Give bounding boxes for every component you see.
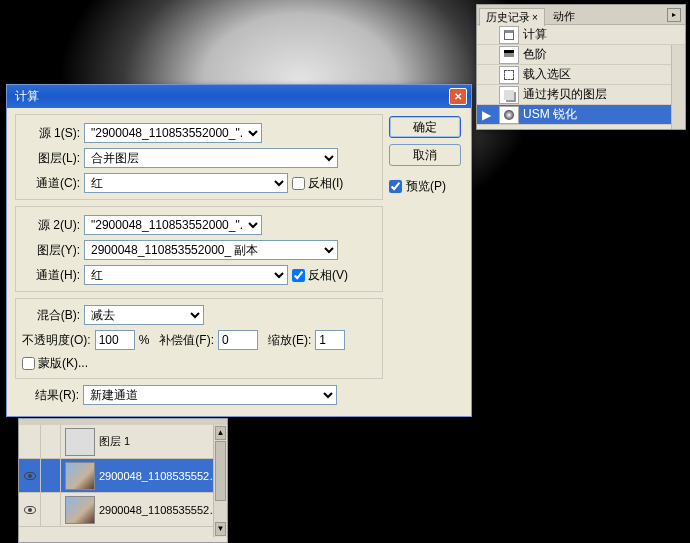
source1-file-select[interactable]: "2900048_110853552000_"... xyxy=(84,123,262,143)
source2-layer-label: 图层(Y): xyxy=(22,242,80,259)
source2-label: 源 2(U): xyxy=(22,217,80,234)
visibility-toggle[interactable] xyxy=(19,425,41,458)
scale-label: 缩放(E): xyxy=(268,332,311,349)
layer-row[interactable]: 图层 1 xyxy=(19,425,227,459)
source2-layer-select[interactable]: 2900048_110853552000_ 副本 xyxy=(84,240,338,260)
source2-channel-label: 通道(H): xyxy=(22,267,80,284)
eye-icon xyxy=(24,506,36,514)
history-item[interactable]: 色阶 xyxy=(477,45,685,65)
source2-invert-checkbox[interactable]: 反相(V) xyxy=(292,267,348,284)
source1-channel-label: 通道(C): xyxy=(22,175,80,192)
preview-check-input[interactable] xyxy=(389,180,402,193)
visibility-toggle[interactable] xyxy=(19,459,41,492)
layers-panel: 图层 1 2900048_11085355520... 2900048_1108… xyxy=(18,418,228,543)
panel-menu-icon[interactable]: ▸ xyxy=(667,8,681,22)
scrollbar[interactable] xyxy=(671,45,685,129)
mask-check-input[interactable] xyxy=(22,357,35,370)
ok-button[interactable]: 确定 xyxy=(389,116,461,138)
offset-input[interactable] xyxy=(218,330,258,350)
source1-label: 源 1(S): xyxy=(22,125,80,142)
layer-name: 2900048_11085355520... xyxy=(99,470,227,482)
layer-row[interactable]: 2900048_11085355520... xyxy=(19,493,227,527)
scroll-up-icon[interactable]: ▲ xyxy=(215,426,226,440)
source1-channel-select[interactable]: 红 xyxy=(84,173,288,193)
calculations-dialog: 计算 ✕ 确定 取消 预览(P) 源 1(S): "2900048_110853… xyxy=(6,84,472,417)
cancel-button[interactable]: 取消 xyxy=(389,144,461,166)
history-step-icon xyxy=(499,106,519,124)
scroll-down-icon[interactable]: ▼ xyxy=(215,522,226,536)
preview-checkbox[interactable]: 预览(P) xyxy=(389,178,461,195)
opacity-input[interactable] xyxy=(95,330,135,350)
dialog-title: 计算 xyxy=(15,89,39,103)
history-item[interactable]: 计算 xyxy=(477,25,685,45)
source2-channel-select[interactable]: 红 xyxy=(84,265,288,285)
eye-icon xyxy=(24,472,36,480)
tab-close-icon[interactable]: × xyxy=(532,12,538,23)
layer-thumbnail[interactable] xyxy=(65,462,95,490)
history-item[interactable]: 通过拷贝的图层 xyxy=(477,85,685,105)
history-item[interactable]: ▶ USM 锐化 xyxy=(477,105,685,125)
offset-label: 补偿值(F): xyxy=(159,332,214,349)
history-panel: 历史记录× 动作 ▸ 计算 色阶 载入选区 通过拷贝的图层 ▶ USM 锐 xyxy=(476,4,686,130)
history-current-marker-icon: ▶ xyxy=(477,108,495,122)
history-step-icon xyxy=(499,46,519,64)
result-select[interactable]: 新建通道 xyxy=(83,385,337,405)
result-label: 结果(R): xyxy=(21,387,79,404)
opacity-label: 不透明度(O): xyxy=(22,332,91,349)
panel-tabs: 历史记录× 动作 ▸ xyxy=(477,5,685,25)
layer-row[interactable]: 2900048_11085355520... xyxy=(19,459,227,493)
scroll-thumb[interactable] xyxy=(215,441,226,501)
dialog-titlebar[interactable]: 计算 ✕ xyxy=(7,85,471,108)
source1-invert-input[interactable] xyxy=(292,177,305,190)
mask-checkbox[interactable]: 蒙版(K)... xyxy=(22,355,88,372)
source1-layer-select[interactable]: 合并图层 xyxy=(84,148,338,168)
history-item[interactable]: 载入选区 xyxy=(477,65,685,85)
layer-thumbnail[interactable] xyxy=(65,428,95,456)
history-step-icon xyxy=(499,66,519,84)
close-icon[interactable]: ✕ xyxy=(449,88,467,105)
blend-label: 混合(B): xyxy=(22,307,80,324)
history-step-icon xyxy=(499,86,519,104)
tab-actions[interactable]: 动作 xyxy=(547,8,581,25)
layer-name: 2900048_11085355520... xyxy=(99,504,227,516)
tab-history[interactable]: 历史记录× xyxy=(479,8,545,26)
source2-file-select[interactable]: "2900048_110853552000_"... xyxy=(84,215,262,235)
history-step-icon xyxy=(499,26,519,44)
blend-mode-select[interactable]: 减去 xyxy=(84,305,204,325)
layer-name: 图层 1 xyxy=(99,434,227,449)
source1-layer-label: 图层(L): xyxy=(22,150,80,167)
blend-group: 混合(B): 减去 不透明度(O): % 补偿值(F): 缩放(E): 蒙版(K… xyxy=(15,298,383,379)
source1-invert-checkbox[interactable]: 反相(I) xyxy=(292,175,343,192)
scrollbar[interactable]: ▲ ▼ xyxy=(213,425,227,537)
visibility-toggle[interactable] xyxy=(19,493,41,526)
source2-invert-input[interactable] xyxy=(292,269,305,282)
source1-group: 源 1(S): "2900048_110853552000_"... 图层(L)… xyxy=(15,114,383,200)
layer-thumbnail[interactable] xyxy=(65,496,95,524)
source2-group: 源 2(U): "2900048_110853552000_"... 图层(Y)… xyxy=(15,206,383,292)
scale-input[interactable] xyxy=(315,330,345,350)
